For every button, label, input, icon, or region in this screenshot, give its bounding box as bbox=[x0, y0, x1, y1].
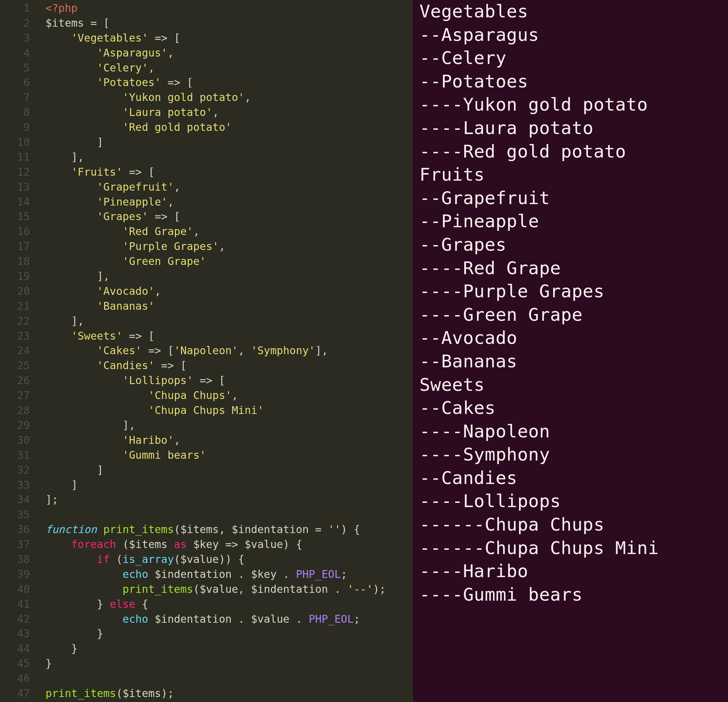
code-line[interactable]: ], bbox=[45, 418, 413, 433]
code-line[interactable]: ]; bbox=[45, 492, 413, 507]
code-line[interactable]: if (is_array($value)) { bbox=[45, 552, 413, 567]
terminal-line: ------Chupa Chups Mini bbox=[419, 537, 722, 560]
line-number: 45 bbox=[0, 656, 30, 671]
code-line[interactable]: ] bbox=[45, 463, 413, 478]
line-number: 25 bbox=[0, 358, 30, 373]
line-number: 11 bbox=[0, 150, 30, 165]
code-line[interactable]: $items = [ bbox=[45, 16, 413, 30]
code-line[interactable]: 'Bananas' bbox=[45, 299, 413, 314]
code-line[interactable]: 'Red Grape', bbox=[45, 224, 413, 239]
line-number: 5 bbox=[0, 61, 30, 75]
line-number: 31 bbox=[0, 448, 30, 463]
line-number: 26 bbox=[0, 373, 30, 388]
terminal-line: Vegetables bbox=[419, 0, 722, 23]
code-content[interactable]: <?php$items = [ 'Vegetables' => [ 'Aspar… bbox=[37, 0, 413, 702]
code-line[interactable]: ], bbox=[45, 150, 413, 165]
terminal-line: ----Green Grape bbox=[419, 303, 722, 327]
code-line[interactable]: } else { bbox=[45, 597, 413, 612]
terminal-line: --Celery bbox=[419, 46, 722, 70]
code-line[interactable]: 'Potatoes' => [ bbox=[45, 75, 413, 90]
code-line[interactable]: 'Asparagus', bbox=[45, 45, 413, 61]
terminal-line: --Cakes bbox=[419, 397, 722, 420]
line-number: 33 bbox=[0, 478, 30, 492]
code-editor-pane[interactable]: 1234567891011121314151617181920212223242… bbox=[0, 0, 413, 702]
code-line[interactable]: 'Haribo', bbox=[45, 433, 413, 448]
code-line[interactable]: echo $indentation . $key . PHP_EOL; bbox=[45, 567, 413, 582]
line-number-gutter: 1234567891011121314151617181920212223242… bbox=[0, 0, 37, 702]
code-line[interactable]: 'Green Grape' bbox=[45, 254, 413, 269]
code-line[interactable]: 'Fruits' => [ bbox=[45, 165, 413, 179]
code-line[interactable]: print_items($items); bbox=[45, 686, 413, 701]
code-line[interactable]: 'Candies' => [ bbox=[45, 358, 413, 373]
line-number: 1 bbox=[0, 1, 30, 16]
code-line[interactable]: 'Chupa Chups', bbox=[45, 388, 413, 403]
code-line[interactable]: } bbox=[45, 641, 413, 656]
line-number: 24 bbox=[0, 343, 30, 358]
code-line[interactable]: 'Laura potato', bbox=[45, 105, 413, 120]
code-line[interactable]: 'Gummi bears' bbox=[45, 448, 413, 463]
code-line[interactable] bbox=[45, 507, 413, 522]
code-line[interactable]: 'Celery', bbox=[45, 61, 413, 75]
code-line[interactable]: 'Sweets' => [ bbox=[45, 329, 413, 343]
code-line[interactable]: 'Chupa Chups Mini' bbox=[45, 403, 413, 418]
code-line[interactable]: <?php bbox=[45, 1, 413, 16]
line-number: 47 bbox=[0, 686, 30, 701]
terminal-line: ------Chupa Chups bbox=[419, 513, 722, 537]
terminal-line: ----Laura potato bbox=[419, 117, 722, 140]
code-line[interactable]: foreach ($items as $key => $value) { bbox=[45, 537, 413, 552]
code-line[interactable]: 'Red gold potato' bbox=[45, 120, 413, 135]
line-number: 38 bbox=[0, 552, 30, 567]
line-number: 32 bbox=[0, 463, 30, 478]
line-number: 22 bbox=[0, 314, 30, 329]
line-number: 29 bbox=[0, 418, 30, 433]
code-line[interactable]: 'Grapes' => [ bbox=[45, 209, 413, 224]
code-line[interactable]: } bbox=[45, 656, 413, 671]
line-number: 14 bbox=[0, 194, 30, 210]
line-number: 2 bbox=[0, 16, 30, 30]
terminal-line: ----Gummi bears bbox=[419, 583, 722, 607]
code-line[interactable]: ], bbox=[45, 314, 413, 329]
code-line[interactable]: 'Pineapple', bbox=[45, 194, 413, 210]
line-number: 9 bbox=[0, 120, 30, 135]
terminal-line: ----Haribo bbox=[419, 560, 722, 583]
code-line[interactable]: 'Vegetables' => [ bbox=[45, 30, 413, 45]
code-line[interactable] bbox=[45, 671, 413, 686]
line-number: 43 bbox=[0, 626, 30, 641]
line-number: 41 bbox=[0, 597, 30, 612]
terminal-output-pane[interactable]: Vegetables--Asparagus--Celery--Potatoes-… bbox=[413, 0, 728, 702]
line-number: 44 bbox=[0, 641, 30, 656]
line-number: 46 bbox=[0, 671, 30, 686]
line-number: 28 bbox=[0, 403, 30, 418]
code-line[interactable]: print_items($value, $indentation . '--')… bbox=[45, 582, 413, 597]
code-line[interactable]: 'Grapefruit', bbox=[45, 179, 413, 194]
terminal-line: Sweets bbox=[419, 373, 722, 397]
code-line[interactable]: } bbox=[45, 626, 413, 641]
terminal-line: ----Symphony bbox=[419, 443, 722, 467]
terminal-line: ----Lollipops bbox=[419, 490, 722, 513]
code-line[interactable]: echo $indentation . $value . PHP_EOL; bbox=[45, 612, 413, 627]
code-line[interactable]: 'Yukon gold potato', bbox=[45, 90, 413, 105]
line-number: 10 bbox=[0, 135, 30, 150]
line-number: 13 bbox=[0, 179, 30, 194]
code-line[interactable]: function print_items($items, $indentatio… bbox=[45, 522, 413, 537]
line-number: 27 bbox=[0, 388, 30, 403]
code-line[interactable]: ] bbox=[45, 135, 413, 150]
line-number: 42 bbox=[0, 612, 30, 627]
code-line[interactable]: ] bbox=[45, 478, 413, 492]
terminal-line: --Avocado bbox=[419, 326, 722, 350]
terminal-line: --Grapes bbox=[419, 233, 722, 257]
line-number: 35 bbox=[0, 507, 30, 522]
line-number: 39 bbox=[0, 567, 30, 582]
line-number: 16 bbox=[0, 224, 30, 239]
line-number: 19 bbox=[0, 269, 30, 284]
line-number: 17 bbox=[0, 239, 30, 254]
code-line[interactable]: ], bbox=[45, 269, 413, 284]
terminal-line: Fruits bbox=[419, 163, 722, 187]
code-line[interactable]: 'Lollipops' => [ bbox=[45, 373, 413, 388]
code-line[interactable]: 'Cakes' => ['Napoleon', 'Symphony'], bbox=[45, 343, 413, 358]
terminal-line: ----Yukon gold potato bbox=[419, 93, 722, 117]
code-line[interactable]: 'Purple Grapes', bbox=[45, 239, 413, 254]
terminal-line: --Pineapple bbox=[419, 210, 722, 233]
line-number: 8 bbox=[0, 105, 30, 120]
code-line[interactable]: 'Avocado', bbox=[45, 284, 413, 299]
